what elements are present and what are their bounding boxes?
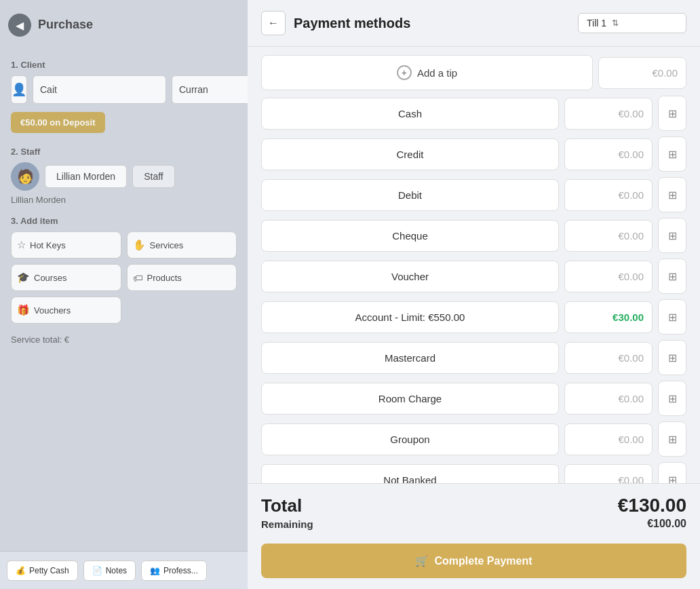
notes-button[interactable]: 📄 Notes xyxy=(83,560,136,581)
room-charge-amount: €0.00 xyxy=(564,383,653,415)
room-charge-button[interactable]: Room Charge xyxy=(261,383,559,415)
client-icon: 👤 xyxy=(11,75,27,104)
voucher-button[interactable]: Voucher xyxy=(261,261,559,292)
payment-header: ← Payment methods Till 1 ⇅ xyxy=(248,0,700,47)
payment-panel: ← Payment methods Till 1 ⇅ + Add a tip €… xyxy=(248,0,700,589)
payment-title: Payment methods xyxy=(294,16,570,31)
petty-cash-label: Petty Cash xyxy=(29,566,69,575)
remaining-value: €100.00 xyxy=(647,518,686,530)
cheque-button[interactable]: Cheque xyxy=(261,220,559,252)
account-button[interactable]: Account - Limit: €550.00 xyxy=(261,301,559,333)
staff-name-button[interactable]: Lillian Morden xyxy=(45,165,127,188)
calc-icon: ⊞ xyxy=(668,107,677,120)
payment-methods-list: + Add a tip €0.00 Cash €0.00 ⊞ Credit €0… xyxy=(248,47,700,483)
bottom-toolbar: 💰 Petty Cash 📄 Notes 👥 Profess... xyxy=(0,551,248,589)
not-banked-amount: €0.00 xyxy=(564,464,653,484)
staff-avatar: 🧑 xyxy=(11,162,39,191)
products-label: Products xyxy=(147,273,182,283)
profess-icon: 👥 xyxy=(150,566,160,575)
cheque-calc-button[interactable]: ⊞ xyxy=(658,218,686,253)
products-button[interactable]: 🏷 Products xyxy=(127,264,237,291)
debit-amount: €0.00 xyxy=(564,179,653,211)
total-row: Total €130.00 xyxy=(261,495,686,516)
cash-calc-button[interactable]: ⊞ xyxy=(658,96,686,131)
groupon-button[interactable]: Groupon xyxy=(261,423,559,455)
not-banked-calc-button[interactable]: ⊞ xyxy=(658,462,686,483)
vouchers-button[interactable]: 🎁 Vouchers xyxy=(11,297,121,324)
account-calc-button[interactable]: ⊞ xyxy=(658,299,686,335)
mastercard-amount: €0.00 xyxy=(564,342,653,374)
courses-button[interactable]: 🎓 Courses xyxy=(11,264,121,291)
left-panel: ◀ Purchase 1. Client 👤 €50.00 on Deposit… xyxy=(0,0,248,589)
back-button[interactable]: ◀ xyxy=(8,14,31,37)
payment-row-groupon: Groupon €0.00 ⊞ xyxy=(261,421,686,457)
hot-keys-label: Hot Keys xyxy=(30,240,66,250)
till-arrows-icon: ⇅ xyxy=(612,18,619,28)
remaining-label: Remaining xyxy=(261,518,313,530)
not-banked-button[interactable]: Not Banked xyxy=(261,464,559,484)
cash-amount: €0.00 xyxy=(564,98,653,130)
total-value: €130.00 xyxy=(618,495,686,516)
deposit-button[interactable]: €50.00 on Deposit xyxy=(11,112,105,133)
total-section: Total €130.00 Remaining €100.00 xyxy=(248,483,700,537)
payment-row-voucher: Voucher €0.00 ⊞ xyxy=(261,259,686,294)
voucher-calc-button[interactable]: ⊞ xyxy=(658,259,686,294)
staff-dropdown-button[interactable]: Staff xyxy=(132,165,175,188)
credit-button[interactable]: Credit xyxy=(261,138,559,170)
service-total: Service total: € xyxy=(11,335,237,345)
payment-row-account: Account - Limit: €550.00 €30.00 ⊞ xyxy=(261,299,686,335)
credit-calc-button[interactable]: ⊞ xyxy=(658,136,686,172)
account-amount: €30.00 xyxy=(564,301,653,333)
remaining-row: Remaining €100.00 xyxy=(261,518,686,530)
hot-keys-button[interactable]: ☆ Hot Keys xyxy=(11,231,121,259)
calc-icon: ⊞ xyxy=(668,148,677,161)
cash-button[interactable]: Cash xyxy=(261,98,559,130)
add-item-label: 3. Add item xyxy=(11,216,237,226)
payment-row-credit: Credit €0.00 ⊞ xyxy=(261,136,686,172)
calc-icon: ⊞ xyxy=(668,352,677,364)
payment-row-debit: Debit €0.00 ⊞ xyxy=(261,177,686,212)
mastercard-calc-button[interactable]: ⊞ xyxy=(658,340,686,375)
payment-row-not-banked: Not Banked €0.00 ⊞ xyxy=(261,462,686,483)
calc-icon: ⊞ xyxy=(668,311,677,324)
services-icon: ✋ xyxy=(133,239,146,251)
courses-label: Courses xyxy=(34,273,66,283)
services-button[interactable]: ✋ Services xyxy=(127,231,237,259)
payment-row-cash: Cash €0.00 ⊞ xyxy=(261,96,686,131)
groupon-calc-button[interactable]: ⊞ xyxy=(658,421,686,457)
calc-icon: ⊞ xyxy=(668,229,677,242)
complete-payment-cart-icon: 🛒 xyxy=(415,554,429,567)
calc-icon: ⊞ xyxy=(668,270,677,283)
calc-icon: ⊞ xyxy=(668,189,677,202)
groupon-amount: €0.00 xyxy=(564,423,653,455)
payment-row-add-tip: + Add a tip €0.00 xyxy=(261,55,686,90)
payment-row-cheque: Cheque €0.00 ⊞ xyxy=(261,218,686,253)
till-selector[interactable]: Till 1 ⇅ xyxy=(578,13,686,33)
room-charge-calc-button[interactable]: ⊞ xyxy=(658,381,686,416)
notes-label: Notes xyxy=(106,566,127,575)
till-label: Till 1 xyxy=(587,18,606,28)
back-arrow-icon: ← xyxy=(268,17,279,29)
client-firstname-input[interactable] xyxy=(33,75,166,104)
payment-back-button[interactable]: ← xyxy=(261,11,286,35)
payment-row-mastercard: Mastercard €0.00 ⊞ xyxy=(261,340,686,375)
debit-calc-button[interactable]: ⊞ xyxy=(658,177,686,212)
staff-sub-text: Lillian Morden xyxy=(11,195,237,205)
add-tip-amount: €0.00 xyxy=(598,57,686,89)
complete-payment-button[interactable]: 🛒 Complete Payment xyxy=(261,544,686,578)
notes-icon: 📄 xyxy=(92,566,102,575)
products-icon: 🏷 xyxy=(133,272,143,284)
petty-cash-button[interactable]: 💰 Petty Cash xyxy=(7,560,78,581)
mastercard-button[interactable]: Mastercard xyxy=(261,342,559,374)
add-tip-icon: + xyxy=(397,65,412,80)
item-grid: ☆ Hot Keys ✋ Services 🎓 Courses 🏷 Produc… xyxy=(11,231,237,324)
profess-button[interactable]: 👥 Profess... xyxy=(141,560,207,581)
client-section-label: 1. Client xyxy=(11,60,237,70)
vouchers-label: Vouchers xyxy=(34,305,71,316)
add-tip-button[interactable]: + Add a tip xyxy=(261,55,593,90)
debit-button[interactable]: Debit xyxy=(261,179,559,211)
profess-label: Profess... xyxy=(163,566,198,575)
services-label: Services xyxy=(150,240,184,250)
petty-cash-icon: 💰 xyxy=(16,566,26,575)
payment-row-room-charge: Room Charge €0.00 ⊞ xyxy=(261,381,686,416)
